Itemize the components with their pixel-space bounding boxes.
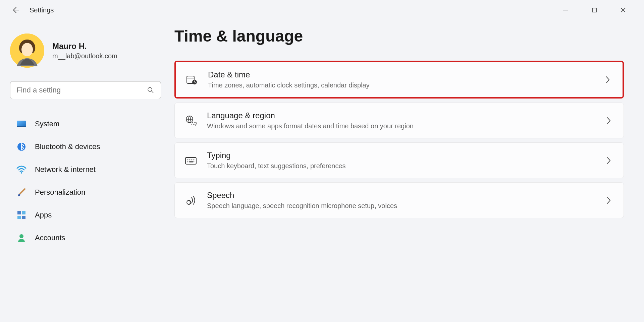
card-desc: Time zones, automatic clock settings, ca… [208,81,593,89]
svg-rect-1 [592,8,596,12]
sidebar-item-label: System [35,120,59,128]
titlebar: Settings [0,0,644,20]
speech-icon [185,194,197,206]
user-name: Mauro H. [52,42,117,51]
svg-point-25 [194,159,195,160]
sidebar-item-system[interactable]: System [10,113,154,135]
close-button[interactable] [616,3,630,17]
svg-rect-8 [17,126,26,127]
sidebar-item-bluetooth[interactable]: Bluetooth & devices [10,135,154,158]
keyboard-icon [185,154,197,167]
svg-point-22 [187,159,189,160]
sidebar-item-label: Bluetooth & devices [35,142,100,151]
sidebar-item-personalization[interactable]: Personalization [10,181,154,204]
minimize-icon [562,7,569,13]
svg-point-4 [148,87,152,91]
system-icon [16,119,27,129]
apps-icon [16,210,27,220]
search-input[interactable] [16,86,147,94]
svg-point-23 [190,159,191,160]
sidebar: Mauro H. m__lab@outlook.com System Blu [0,20,164,322]
card-title: Language & region [207,111,594,120]
sidebar-item-apps[interactable]: Apps [10,204,154,227]
back-button[interactable] [9,3,23,17]
sidebar-item-label: Apps [35,211,52,219]
card-title: Speech [207,191,594,200]
avatar [10,34,44,68]
sidebar-item-label: Personalization [35,188,85,197]
svg-rect-14 [22,216,25,219]
sidebar-item-label: Accounts [35,234,65,242]
user-profile[interactable]: Mauro H. m__lab@outlook.com [10,34,154,68]
card-speech[interactable]: Speech Speech language, speech recogniti… [174,182,624,218]
svg-line-5 [152,91,153,93]
globe-language-icon: A字 [185,115,197,127]
card-title: Date & time [208,70,593,79]
search-icon [147,86,155,94]
card-desc: Speech language, speech recognition micr… [207,202,594,210]
svg-rect-21 [185,157,196,164]
bluetooth-icon [16,141,27,152]
nav: System Bluetooth & devices Network & int… [10,113,154,249]
svg-rect-27 [189,161,193,162]
card-date-time[interactable]: Date & time Time zones, automatic clock … [174,61,624,99]
chevron-right-icon [604,196,613,205]
svg-point-10 [21,172,22,174]
svg-point-26 [187,161,189,162]
card-title: Typing [207,151,594,160]
chevron-right-icon [604,156,613,165]
arrow-left-icon [12,6,20,14]
svg-rect-13 [17,216,21,219]
svg-rect-11 [17,211,21,214]
page-title: Time & language [174,27,624,45]
avatar-icon [10,34,44,68]
minimize-button[interactable] [559,3,572,17]
svg-rect-7 [17,121,26,127]
svg-point-15 [19,234,23,238]
card-typing[interactable]: Typing Touch keyboard, text suggestions,… [174,142,624,178]
sidebar-item-accounts[interactable]: Accounts [10,227,154,249]
svg-text:A字: A字 [191,122,197,126]
maximize-button[interactable] [588,3,601,17]
person-icon [16,233,27,243]
chevron-right-icon [603,75,612,84]
sidebar-item-label: Network & internet [35,165,96,174]
svg-point-24 [192,159,193,160]
svg-point-3 [21,43,33,56]
maximize-icon [592,7,597,13]
card-desc: Touch keyboard, text suggestions, prefer… [207,162,594,170]
app-title: Settings [30,6,54,14]
chevron-right-icon [604,116,613,125]
svg-point-28 [194,161,195,162]
close-icon [620,7,626,13]
svg-rect-12 [22,211,25,214]
card-language-region[interactable]: A字 Language & region Windows and some ap… [174,103,624,138]
calendar-clock-icon [186,74,198,86]
card-desc: Windows and some apps format dates and t… [207,122,594,130]
sidebar-item-network[interactable]: Network & internet [10,158,154,181]
user-email: m__lab@outlook.com [52,52,117,60]
wifi-icon [16,164,27,175]
search-box[interactable] [10,81,161,99]
main-pane: Time & language Date & time Time zones, … [164,20,644,322]
paintbrush-icon [16,187,27,198]
